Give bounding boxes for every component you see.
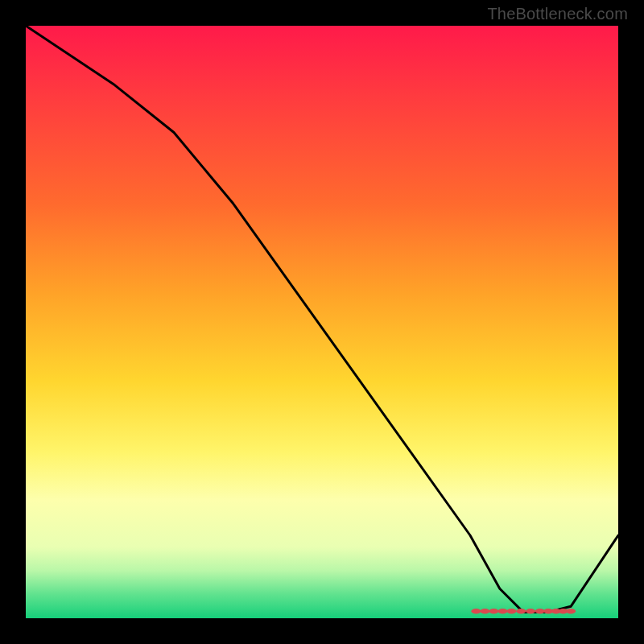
bottleneck-curve bbox=[26, 26, 618, 613]
watermark-text: TheBottleneck.com bbox=[487, 5, 628, 23]
optimal-marker bbox=[471, 609, 481, 613]
optimal-range-markers bbox=[471, 609, 576, 613]
optimal-marker bbox=[498, 609, 508, 613]
chart-stage: TheBottleneck.com bbox=[0, 0, 644, 644]
optimal-marker bbox=[526, 609, 535, 613]
optimal-marker bbox=[489, 609, 498, 613]
optimal-marker bbox=[516, 609, 526, 613]
chart-overlay bbox=[26, 26, 618, 618]
optimal-marker bbox=[566, 609, 576, 613]
optimal-marker bbox=[535, 609, 545, 613]
optimal-marker bbox=[480, 609, 489, 613]
plot-area bbox=[26, 26, 618, 618]
optimal-marker bbox=[507, 609, 517, 613]
